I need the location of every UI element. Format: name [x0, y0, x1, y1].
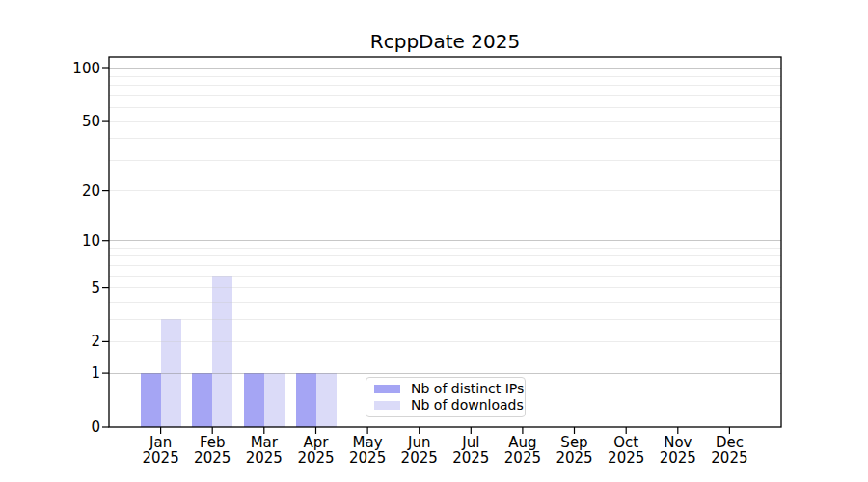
legend: Nb of distinct IPs Nb of downloads — [366, 377, 526, 417]
bar-distinct-ips — [296, 373, 316, 427]
x-tick-label: Feb2025 — [183, 435, 241, 466]
legend-label-downloads: Nb of downloads — [411, 397, 524, 414]
y-tick-label: 100 — [0, 58, 100, 79]
legend-swatch-distinct-ips-icon — [374, 385, 400, 393]
y-tick-label: 20 — [0, 180, 100, 201]
y-tick-label: 0 — [0, 416, 100, 438]
bar-downloads — [264, 373, 285, 427]
y-tick-label: 50 — [0, 111, 100, 132]
bar-downloads — [212, 276, 232, 427]
x-tick-label: Jan2025 — [132, 435, 190, 466]
x-tick-label: Oct2025 — [597, 435, 655, 466]
x-tick-label: Dec2025 — [700, 435, 758, 466]
legend-item-distinct-ips: Nb of distinct IPs — [374, 381, 515, 397]
figure: RcppDate 2025 0125102050100 Jan2025Feb20… — [0, 0, 868, 482]
x-tick-label: Sep2025 — [546, 435, 604, 466]
x-tick-label: Jun2025 — [391, 435, 448, 466]
legend-swatch-downloads-icon — [374, 401, 400, 410]
plot-border — [109, 57, 781, 427]
x-tick-label: May2025 — [339, 435, 396, 466]
legend-item-downloads: Nb of downloads — [374, 397, 515, 414]
x-tick-label: Aug2025 — [494, 435, 552, 466]
bar-distinct-ips — [244, 373, 264, 427]
y-tick-label: 2 — [0, 331, 100, 352]
bar-distinct-ips — [141, 373, 161, 427]
y-tick-label: 5 — [0, 278, 100, 299]
x-tick-label: Mar2025 — [235, 435, 293, 466]
bar-distinct-ips — [192, 373, 212, 427]
x-tick-label: Apr2025 — [287, 435, 345, 466]
y-tick-label: 10 — [0, 230, 100, 252]
bar-downloads — [316, 373, 337, 427]
x-tick-label: Nov2025 — [649, 435, 707, 466]
y-tick-label: 1 — [0, 362, 100, 384]
legend-label-distinct-ips: Nb of distinct IPs — [411, 381, 524, 397]
x-tick-label: Jul2025 — [442, 435, 500, 466]
